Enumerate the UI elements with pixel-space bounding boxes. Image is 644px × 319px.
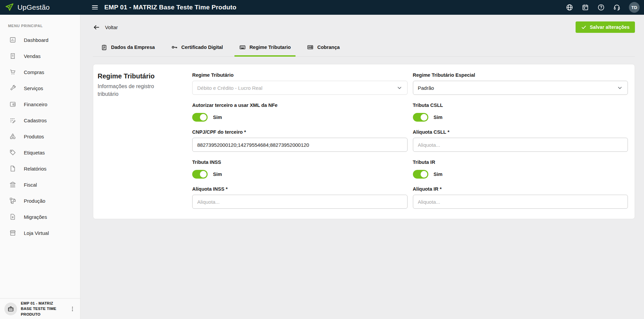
document-icon bbox=[9, 165, 16, 172]
save-label: Salvar alterações bbox=[590, 24, 630, 30]
topbar-actions: TD bbox=[566, 2, 644, 13]
user-avatar[interactable]: TD bbox=[629, 2, 640, 13]
sidebar-item-label: Cadastros bbox=[24, 118, 47, 123]
regime-tributario-select[interactable]: Débito e Crédito - Lucro Real bbox=[192, 81, 408, 95]
tab-dados-da-empresa[interactable]: Dados da Empresa bbox=[93, 40, 163, 56]
sidebar-item-fiscal[interactable]: Fiscal bbox=[0, 177, 80, 193]
toggle-row: Sim bbox=[413, 113, 628, 122]
registry-edit-icon bbox=[9, 117, 16, 124]
sidebar-item-label: Relatórios bbox=[24, 166, 47, 172]
tributa-ir-toggle[interactable] bbox=[413, 170, 428, 179]
keyboard-icon bbox=[239, 44, 246, 51]
field-regime-tributario: Regime Tributário Débito e Crédito - Luc… bbox=[192, 72, 408, 95]
field-aliquota-ir: Alíquota IR * bbox=[413, 186, 628, 209]
tab-bar: Dados da Empresa Certificado Digital Reg… bbox=[93, 40, 635, 57]
selected-value: Padrão bbox=[418, 85, 434, 91]
tributa-inss-toggle[interactable] bbox=[192, 170, 208, 179]
field-tributa-inss: Tributa INSS Sim bbox=[192, 160, 408, 179]
sidebar-item-label: Financeiro bbox=[24, 102, 47, 107]
chevron-down-icon bbox=[396, 85, 402, 91]
sidebar-item-cadastros[interactable]: Cadastros bbox=[0, 112, 80, 128]
wallet-icon bbox=[9, 101, 16, 108]
toggle-state-label: Sim bbox=[434, 115, 443, 120]
field-autorizar-terceiro-xml: Autorizar terceiro a usar XML da NFe Sim bbox=[192, 103, 408, 122]
section-title: Regime Tributário bbox=[98, 72, 180, 80]
brand[interactable]: UpGestão bbox=[0, 2, 80, 12]
card-heading: Regime Tributário Informações de registr… bbox=[98, 72, 192, 210]
sidebar-item-etiquetas[interactable]: Etiquetas bbox=[0, 144, 80, 161]
field-aliquota-csll: Alíquota CSLL * bbox=[413, 129, 628, 152]
sidebar-item-migracoes[interactable]: Migrações bbox=[0, 209, 80, 225]
key-icon bbox=[171, 44, 178, 51]
hamburger-menu-icon[interactable] bbox=[91, 4, 99, 11]
toggle-knob bbox=[200, 171, 207, 178]
toggle-state-label: Sim bbox=[213, 115, 222, 120]
tab-certificado-digital[interactable]: Certificado Digital bbox=[163, 40, 231, 56]
field-label: Alíquota INSS * bbox=[192, 186, 408, 192]
tab-label: Regime Tributario bbox=[250, 45, 291, 50]
sidebar-item-servicos[interactable]: Serviços bbox=[0, 80, 80, 96]
aliquota-ir-input[interactable] bbox=[413, 195, 628, 209]
toggle-knob bbox=[200, 114, 207, 121]
sidebar-item-producao[interactable]: Produção bbox=[0, 193, 80, 209]
sidebar-item-vendas[interactable]: Vendas bbox=[0, 48, 80, 64]
aliquota-csll-input[interactable] bbox=[413, 138, 628, 152]
sales-receipt-icon bbox=[9, 52, 16, 60]
sidebar-item-label: Etiquetas bbox=[24, 150, 45, 155]
sidebar-item-label: Dashboard bbox=[24, 37, 48, 43]
field-label: Regime Tributário bbox=[192, 72, 408, 78]
cnpj-cpf-terceiro-input[interactable] bbox=[192, 138, 408, 152]
sidebar: MENU PRINCIPAL Dashboard Vendas Compras … bbox=[0, 15, 80, 319]
company-name: EMP 01 - MATRIZ BASE TESTE TIME PRODUTO bbox=[21, 301, 64, 317]
sidebar-item-label: Fiscal bbox=[24, 182, 37, 188]
money-icon bbox=[307, 44, 314, 51]
aliquota-inss-input[interactable] bbox=[192, 195, 408, 209]
toggle-knob bbox=[421, 171, 427, 178]
main-content: Voltar Salvar alterações Dados da Empres… bbox=[80, 15, 644, 219]
clipboard-icon bbox=[101, 44, 107, 51]
tab-label: Cobrança bbox=[317, 45, 340, 50]
toggle-state-label: Sim bbox=[434, 172, 443, 177]
tab-regime-tributario[interactable]: Regime Tributario bbox=[231, 40, 299, 56]
sidebar-section-title: MENU PRINCIPAL bbox=[0, 15, 80, 32]
workflow-icon bbox=[9, 197, 16, 204]
file-upload-icon bbox=[9, 213, 16, 220]
sidebar-item-label: Produção bbox=[24, 198, 45, 204]
sidebar-company-footer[interactable]: EMP 01 - MATRIZ BASE TESTE TIME PRODUTO bbox=[0, 298, 80, 319]
field-label: Alíquota IR * bbox=[413, 186, 628, 192]
globe-icon[interactable] bbox=[566, 4, 573, 11]
sidebar-item-loja-virtual[interactable]: Loja Virtual bbox=[0, 225, 80, 241]
field-regime-tributario-especial: Regime Tributário Especial Padrão bbox=[413, 72, 628, 95]
field-label: CNPJ/CPF do terceiro * bbox=[192, 129, 408, 135]
sidebar-item-relatorios[interactable]: Relatórios bbox=[0, 161, 80, 177]
tributa-csll-toggle[interactable] bbox=[413, 113, 428, 122]
toolbar: Voltar Salvar alterações bbox=[93, 15, 635, 40]
support-headset-icon[interactable] bbox=[613, 4, 621, 11]
field-label: Tributa IR bbox=[413, 160, 628, 165]
chevron-down-icon bbox=[617, 85, 623, 91]
sidebar-item-dashboard[interactable]: Dashboard bbox=[0, 32, 80, 48]
sidebar-item-financeiro[interactable]: Financeiro bbox=[0, 96, 80, 112]
toggle-knob bbox=[421, 114, 427, 121]
brand-name: UpGestão bbox=[17, 3, 50, 11]
sidebar-item-label: Loja Virtual bbox=[24, 230, 49, 236]
selected-value: Débito e Crédito - Lucro Real bbox=[197, 85, 262, 91]
autorizar-terceiro-xml-toggle[interactable] bbox=[192, 113, 208, 122]
back-label: Voltar bbox=[105, 24, 118, 30]
tag-icon bbox=[9, 149, 16, 156]
calendar-icon[interactable] bbox=[582, 4, 589, 11]
back-button[interactable]: Voltar bbox=[93, 24, 118, 31]
help-icon[interactable] bbox=[597, 4, 605, 11]
sidebar-item-produtos[interactable]: Produtos bbox=[0, 128, 80, 144]
field-label: Alíquota CSLL * bbox=[413, 129, 628, 135]
regime-tributario-especial-select[interactable]: Padrão bbox=[413, 81, 628, 95]
storefront-icon bbox=[9, 229, 16, 237]
back-arrow-icon bbox=[93, 24, 100, 31]
kebab-menu-icon[interactable] bbox=[68, 305, 77, 313]
sidebar-item-compras[interactable]: Compras bbox=[0, 64, 80, 80]
tab-label: Dados da Empresa bbox=[111, 45, 155, 50]
tab-cobranca[interactable]: Cobrança bbox=[299, 40, 348, 56]
sidebar-item-label: Vendas bbox=[24, 53, 41, 59]
toggle-state-label: Sim bbox=[213, 172, 222, 177]
save-button[interactable]: Salvar alterações bbox=[576, 21, 635, 33]
